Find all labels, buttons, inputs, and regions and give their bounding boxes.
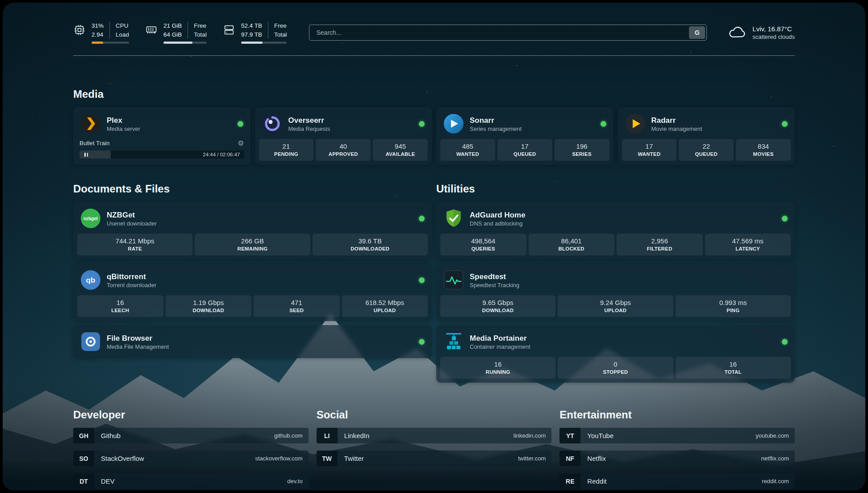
disk-label-bottom: Total [274,30,287,39]
cpu-usage-bar [92,42,129,44]
portainer-icon [443,331,464,352]
app-subtitle: Speedtest Tracking [470,282,519,288]
bookmark-row-github[interactable]: GH Github github.com [73,428,309,443]
section-title-developer: Developer [73,409,309,421]
cloud-icon [727,23,747,42]
app-subtitle: Series management [470,125,522,132]
stat-pending: 21 PENDING [259,139,314,161]
app-subtitle: Usenet downloader [107,220,157,227]
app-card-qbittorrent[interactable]: qb qBittorrent Torrent downloader 16 [73,263,432,321]
app-card-overseerr[interactable]: Overseerr Media Requests 21 PENDING 40 A… [255,107,432,165]
search-input[interactable] [311,29,689,36]
top-bar: 31% 2.94 CPU Load [73,21,795,44]
stat-queued: 17 QUEUED [497,139,552,161]
ram-free: 21 GiB [163,21,182,30]
app-card-radarr[interactable]: Radarr Movie management 17 WANTED 22 QUE… [618,107,795,165]
search-engine-button[interactable]: G [689,26,705,39]
stat-latency: 47.569 ms LATENCY [705,234,791,255]
cpu-labels: CPU Load [109,21,129,39]
app-card-adguard[interactable]: AdGuard Home DNS and adblocking 498,564 … [436,202,795,259]
status-dot [238,121,243,127]
status-dot [782,339,788,345]
bookmark-row-reddit[interactable]: RE Reddit reddit.com [559,473,795,489]
weather-location: Lviv, 16.87°C [752,25,795,33]
bookmark-url: youtube.com [756,428,795,443]
cpu-percent: 31% [92,21,104,30]
app-card-filebrowser[interactable]: File Browser Media File Management [73,325,432,358]
app-card-nzbget[interactable]: nzbget NZBGet Usenet downloader 744.21 M… [73,202,432,259]
stat-upload: 9.24 Gbps UPLOAD [558,295,673,317]
now-playing-title: Bullet Train [79,140,110,146]
app-subtitle: Container management [470,343,530,350]
bookmark-row-twitter[interactable]: TW Twitter twitter.com [317,451,552,466]
media-grid: Plex Media server Bullet Train ⚙ 24:44 /… [73,107,795,165]
bookmark-row-dev[interactable]: DT DEV dev.to [73,473,309,489]
app-card-portainer[interactable]: Media Portainer Container management 16 … [436,325,795,383]
stat-upload: 618.52 Mbps UPLOAD [342,295,428,317]
section-title-utilities: Utilities [436,183,795,195]
status-dot [782,121,788,127]
bookmark-abbr: YT [559,428,580,443]
section-title-media: Media [73,88,795,100]
bookmark-name: Reddit [580,473,606,489]
stat-total: 16 TOTAL [676,357,791,379]
pause-icon[interactable] [79,153,93,157]
app-card-speedtest[interactable]: Speedtest Speedtest Tracking 9.65 Gbps D… [436,263,795,321]
bookmark-row-linkedin[interactable]: LI LinkedIn linkedin.com [317,428,552,443]
stat-wanted: 17 WANTED [622,139,677,161]
nzbget-icon: nzbget [80,208,101,229]
status-dot [419,277,425,283]
app-subtitle: Movie management [651,125,702,132]
qbittorrent-icon: qb [80,270,101,290]
section-title-social: Social [317,409,552,421]
playback-progress-bar[interactable]: 24:44 / 02:06:47 [79,150,244,159]
bookmark-row-stackoverflow[interactable]: SO StackOverflow stackoverflow.com [73,451,309,466]
stat-available: 945 AVAILABLE [373,139,428,161]
stat-download: 1.19 Gbps DOWNLOAD [166,295,252,317]
bookmark-url: netflix.com [761,451,795,466]
bookmark-name: StackOverflow [94,451,144,466]
weather-widget: Lviv, 16.87°C scattered clouds [727,23,795,42]
app-name: NZBGet [107,210,157,220]
bookmark-row-youtube[interactable]: YT YouTube youtube.com [559,428,795,443]
app-subtitle: Media File Management [107,343,169,350]
app-name: File Browser [107,334,169,343]
cpu-load: 2.94 [92,30,104,39]
disk-label-top: Free [274,21,287,30]
app-card-plex[interactable]: Plex Media server Bullet Train ⚙ 24:44 /… [73,107,250,165]
header-divider [73,55,795,56]
status-dot [782,216,788,221]
app-name: Radarr [651,116,702,125]
dashboard-frame: 31% 2.94 CPU Load [3,3,865,490]
weather-condition: scattered clouds [752,33,795,40]
bookmark-abbr: GH [73,428,94,443]
disk-values: 52.4 TB 97.9 TB [241,21,262,39]
overseerr-icon [262,113,283,134]
bookmark-url: reddit.com [762,473,795,489]
cpu-values: 31% 2.94 [92,21,104,39]
ram-label-top: Free [194,21,207,30]
now-playing: Bullet Train ⚙ 24:44 / 02:06:47 [77,139,246,159]
stat-series: 196 SERIES [555,139,609,161]
cpu-icon [73,24,86,36]
app-card-sonarr[interactable]: Sonarr Series management 485 WANTED 17 Q… [436,107,613,165]
settings-gear-icon[interactable]: ⚙ [238,139,244,147]
status-dot [419,216,425,221]
stat-download: 9.65 Gbps DOWNLOAD [440,295,555,317]
app-name: Overseerr [288,116,330,125]
disk-usage-bar [241,42,287,44]
sonarr-icon [443,113,464,134]
ram-icon [145,24,158,36]
ram-usage-bar [163,42,207,44]
bookmark-row-netflix[interactable]: NF Netflix netflix.com [559,451,795,466]
bookmark-url: twitter.com [518,451,551,466]
ram-values: 21 GiB 64 GiB [163,21,182,39]
section-title-documents: Documents & Files [73,183,432,195]
plex-icon [80,113,101,134]
ram-total: 64 GiB [163,30,182,39]
documents-column: Documents & Files nzbget NZBGet Usenet d… [73,165,432,358]
playback-time: 24:44 / 02:06:47 [203,152,244,157]
svg-text:nzbget: nzbget [83,216,98,221]
app-name: Speedtest [470,272,519,281]
speedtest-icon [443,270,464,290]
